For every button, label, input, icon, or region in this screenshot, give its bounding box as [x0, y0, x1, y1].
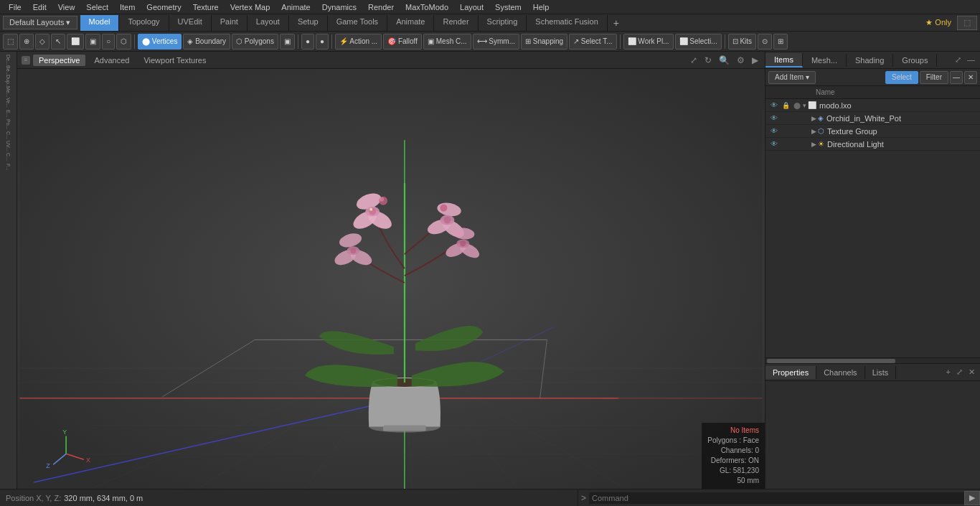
- sidebar-po-btn[interactable]: Po...: [1, 119, 16, 129]
- boundary-btn[interactable]: ◈ Boundary: [183, 34, 230, 50]
- menu-dynamics[interactable]: Dynamics: [316, 1, 362, 13]
- tree-item-modo-lxo[interactable]: 👁 🔒 ⬤ ▾ ⬜ modo.lxo: [765, 99, 980, 112]
- menu-view[interactable]: View: [52, 1, 81, 13]
- visibility-orchid[interactable]: 👁: [768, 114, 780, 122]
- tree-arrow-modo[interactable]: ▾: [803, 102, 806, 109]
- sidebar-e-btn[interactable]: E...: [1, 108, 16, 118]
- right-tab-groups[interactable]: Groups: [893, 54, 937, 67]
- menu-edit[interactable]: Edit: [27, 1, 52, 13]
- right-tab-shading[interactable]: Shading: [847, 54, 893, 67]
- work-pl-btn[interactable]: ⬜ Work Pl...: [623, 34, 674, 50]
- layout-tab-topology[interactable]: Topology: [119, 15, 169, 31]
- viewport-tab-advanced[interactable]: Advanced: [88, 55, 135, 66]
- menu-vertex-map[interactable]: Vertex Map: [225, 1, 276, 13]
- visibility-texture[interactable]: 👁: [768, 127, 780, 135]
- right-tab-mesh[interactable]: Mesh...: [803, 54, 847, 67]
- viewport-tab-perspective[interactable]: Perspective: [33, 55, 85, 66]
- dot3-btn[interactable]: ●: [316, 34, 329, 50]
- prop-expand-btn[interactable]: ⤢: [954, 367, 965, 377]
- layout-tab-render[interactable]: Render: [434, 15, 478, 31]
- box-select-btn[interactable]: ⬜: [67, 34, 84, 50]
- snapping-btn[interactable]: ⊞ Snapping: [521, 34, 567, 50]
- tree-arrow-texture[interactable]: ▶: [811, 128, 816, 135]
- box2-select-btn[interactable]: ▣: [85, 34, 100, 50]
- polygons-btn[interactable]: ⬡ Polygons: [232, 34, 278, 50]
- sidebar-c2-btn[interactable]: C...: [1, 151, 16, 161]
- layout-dropdown[interactable]: Default Layouts ▾: [3, 16, 77, 29]
- layout-expand-btn[interactable]: ⬚: [957, 16, 977, 30]
- items-minus-btn[interactable]: —: [950, 71, 963, 84]
- tree-item-directional-light[interactable]: 👁 ▶ ☀ Directional Light: [765, 138, 980, 151]
- layout-tab-paint[interactable]: Paint: [212, 15, 248, 31]
- menu-help[interactable]: Help: [527, 1, 555, 13]
- layout-tab-setup[interactable]: Setup: [289, 15, 328, 31]
- menu-maxtomodo[interactable]: MaxToModo: [400, 1, 454, 13]
- sidebar-ve-btn[interactable]: Ve...: [1, 98, 16, 108]
- mesh-c-btn[interactable]: ▣ Mesh C...: [423, 34, 471, 50]
- menu-layout[interactable]: Layout: [454, 1, 489, 13]
- select-t-btn[interactable]: ↗ Select T...: [569, 34, 617, 50]
- sidebar-c-btn[interactable]: C...: [1, 130, 16, 140]
- menu-animate[interactable]: Animate: [275, 1, 316, 13]
- falloff-btn[interactable]: 🎯 Falloff: [383, 34, 422, 50]
- grid2-btn[interactable]: ⊞: [773, 34, 788, 50]
- right-tab-items[interactable]: Items: [765, 53, 803, 67]
- viewport-expand-btn[interactable]: ⤢: [688, 55, 699, 65]
- visibility-light[interactable]: 👁: [768, 140, 780, 148]
- viewport-refresh-btn[interactable]: ↻: [702, 55, 714, 65]
- viewport-canvas[interactable]: X Y Z No Items Polygons : Face Channels:…: [17, 69, 765, 489]
- expand-btn[interactable]: ⬚: [3, 34, 18, 50]
- tree-arrow-orchid[interactable]: ▶: [811, 115, 816, 122]
- sidebar-me-btn[interactable]: Me...: [1, 87, 16, 97]
- menu-item[interactable]: Item: [114, 1, 141, 13]
- lock-modo[interactable]: 🔒: [780, 102, 791, 109]
- origin-btn[interactable]: ⊕: [19, 34, 34, 50]
- items-close-btn[interactable]: ✕: [964, 71, 977, 84]
- symm-btn[interactable]: ⟷ Symm...: [473, 34, 519, 50]
- add-item-btn[interactable]: Add Item ▾: [768, 71, 816, 84]
- sidebar-uv-btn[interactable]: UV...: [1, 141, 16, 151]
- viewport-zoom-btn[interactable]: 🔍: [717, 55, 732, 65]
- dot2-btn[interactable]: ●: [301, 34, 314, 50]
- arrow-tool-btn[interactable]: ↖: [51, 34, 65, 50]
- viewport-menu-btn[interactable]: ≡: [22, 56, 30, 65]
- prop-tab-channels[interactable]: Channels: [816, 366, 864, 379]
- circle-select-btn[interactable]: ○: [102, 34, 115, 50]
- viewport-play-btn[interactable]: ▶: [750, 55, 760, 65]
- prop-tab-lists[interactable]: Lists: [865, 366, 897, 379]
- prop-close-btn[interactable]: ✕: [966, 367, 977, 377]
- menu-select[interactable]: Select: [80, 1, 114, 13]
- right-expand-btn[interactable]: ⤢: [953, 55, 963, 65]
- layout-tab-add[interactable]: +: [608, 15, 625, 31]
- tree-item-orchid[interactable]: 👁 ▶ ◈ Orchid_in_White_Pot: [765, 112, 980, 125]
- render-modo[interactable]: ⬤: [791, 102, 803, 109]
- command-run-btn[interactable]: ▶: [964, 491, 980, 505]
- select-btn[interactable]: Select: [885, 71, 918, 84]
- kits-btn[interactable]: ⊡ Kits: [728, 34, 756, 50]
- menu-render[interactable]: Render: [362, 1, 400, 13]
- menu-texture[interactable]: Texture: [187, 1, 225, 13]
- scene-tree[interactable]: 👁 🔒 ⬤ ▾ ⬜ modo.lxo 👁 ▶ ◈ Orchid_in_White…: [765, 99, 980, 357]
- menu-geometry[interactable]: Geometry: [141, 1, 187, 13]
- vertices-btn[interactable]: ⬤ Vertices: [138, 34, 182, 50]
- selecti-btn[interactable]: ⬜ Selecti...: [675, 34, 722, 50]
- viewport-settings-btn[interactable]: ⚙: [735, 55, 747, 65]
- sidebar-f-btn[interactable]: F...: [1, 162, 16, 172]
- menu-file[interactable]: File: [3, 1, 27, 13]
- hex-btn[interactable]: ⬡: [116, 34, 131, 50]
- circle2-btn[interactable]: ⊙: [758, 34, 772, 50]
- sidebar-de-btn[interactable]: De...: [1, 55, 16, 65]
- visibility-modo[interactable]: 👁: [768, 101, 780, 109]
- tree-item-texture-group[interactable]: 👁 ▶ ⬡ Texture Group: [765, 125, 980, 138]
- layout-tab-uvedit[interactable]: UVEdit: [169, 15, 212, 31]
- scene-tree-scrollbar[interactable]: [765, 357, 980, 363]
- filter-btn[interactable]: Filter: [920, 71, 948, 84]
- viewport[interactable]: ≡ Perspective Advanced Viewport Textures…: [17, 52, 765, 489]
- scene-3d[interactable]: X Y Z No Items Polygons : Face Channels:…: [17, 69, 765, 489]
- prop-tab-properties[interactable]: Properties: [765, 366, 816, 379]
- prop-add-btn[interactable]: +: [944, 367, 953, 377]
- mesh-mode-btn[interactable]: ▣: [280, 34, 295, 50]
- command-input[interactable]: [589, 492, 964, 504]
- layout-tab-scripting[interactable]: Scripting: [479, 15, 527, 31]
- layout-tab-schematic[interactable]: Schematic Fusion: [527, 15, 607, 31]
